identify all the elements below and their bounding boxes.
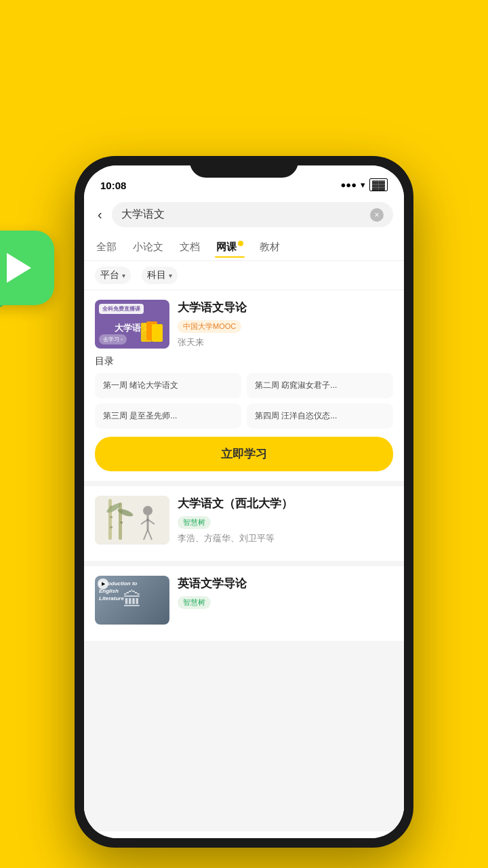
wifi-icon: ▾ xyxy=(361,180,365,190)
subject-filter-button[interactable]: 科目 ▾ xyxy=(142,267,178,284)
tab-textbook[interactable]: 教材 xyxy=(258,238,281,256)
course-thumbnail-1: 全科免费直播课 大学语文 去学习 › xyxy=(95,300,169,349)
platform-filter-button[interactable]: 平台 ▾ xyxy=(95,267,131,284)
svg-rect-2 xyxy=(152,324,163,342)
tab-courses[interactable]: 网课 xyxy=(215,238,245,256)
battery-icon: ▓▓ xyxy=(369,178,388,191)
thumb-learn-btn: 去学习 › xyxy=(99,334,127,344)
svg-rect-7 xyxy=(110,526,113,528)
course-platform-1: 中国大学MOOC xyxy=(178,320,241,333)
course-info-1: 大学语文导论 中国大学MOOC 张天来 xyxy=(178,300,393,349)
platform-chevron-icon: ▾ xyxy=(122,272,125,279)
course-name-2: 大学语文（西北大学） xyxy=(178,496,393,511)
course-platform-3: 智慧树 xyxy=(178,596,211,609)
search-bar-row: ‹ 大学语文 × xyxy=(84,195,404,234)
results-list: 全科免费直播课 大学语文 去学习 › xyxy=(84,290,404,831)
phone-notch xyxy=(190,156,298,178)
play-icon-small: ▶ xyxy=(98,578,108,589)
course-thumbnail-3: 🏛 Introduction toEnglishLiterature ▶ xyxy=(95,576,169,625)
catalog-label: 目录 xyxy=(95,355,393,368)
catalog-item-2[interactable]: 第二周 窈窕淑女君子... xyxy=(247,373,393,398)
course-card-1: 全科免费直播课 大学语文 去学习 › xyxy=(84,290,404,481)
course-info-2: 大学语文（西北大学） 智慧树 李浩、方蕴华、刘卫平等 xyxy=(178,496,393,545)
course-top-2: 大学语文（西北大学） 智慧树 李浩、方蕴华、刘卫平等 xyxy=(95,496,393,545)
tab-all[interactable]: 全部 xyxy=(95,238,118,256)
catalog-item-3[interactable]: 第三周 是至圣先师... xyxy=(95,403,241,429)
course-info-3: 英语文学导论 智慧树 xyxy=(178,576,393,625)
phone-mockup: 10:08 ●●● ▾ ▓▓ ‹ 大学语文 × xyxy=(75,156,413,848)
study-now-button[interactable]: 立即学习 xyxy=(95,437,393,471)
svg-point-13 xyxy=(143,506,152,515)
tab-docs[interactable]: 文档 xyxy=(178,238,201,256)
back-button[interactable]: ‹ xyxy=(95,204,105,225)
search-input-box[interactable]: 大学语文 × xyxy=(112,202,393,227)
signal-icon: ●●● xyxy=(340,180,357,190)
svg-rect-3 xyxy=(95,496,169,545)
bamboo-art xyxy=(95,496,169,545)
tab-badge xyxy=(238,241,243,246)
course-top-1: 全科免费直播课 大学语文 去学习 › xyxy=(95,300,393,349)
screen-content: ‹ 大学语文 × 全部 小论文 文档 网课 教材 xyxy=(84,195,404,838)
search-query-text: 大学语文 xyxy=(121,208,365,222)
tab-essay[interactable]: 小论文 xyxy=(131,238,165,256)
platform-label: 平台 xyxy=(100,269,119,281)
status-icons: ●●● ▾ ▓▓ xyxy=(340,178,388,191)
catalog-grid: 第一周 绪论大学语文 第二周 窈窕淑女君子... 第三周 是至圣先师... 第四… xyxy=(95,373,393,429)
course-thumbnail-2 xyxy=(95,496,169,545)
svg-rect-4 xyxy=(108,499,112,540)
svg-rect-10 xyxy=(120,521,123,524)
course-name-1: 大学语文导论 xyxy=(178,300,393,315)
play-logo-icon xyxy=(0,231,54,305)
course-teacher-1: 张天来 xyxy=(178,336,393,349)
subject-chevron-icon: ▾ xyxy=(169,272,172,279)
phone-frame: 10:08 ●●● ▾ ▓▓ ‹ 大学语文 × xyxy=(75,156,413,848)
filter-tabs: 全部 小论文 文档 网课 教材 xyxy=(84,234,404,261)
catalog-item-1[interactable]: 第一周 绪论大学语文 xyxy=(95,373,241,398)
course-name-3: 英语文学导论 xyxy=(178,576,393,591)
course-card-3: 🏛 Introduction toEnglishLiterature ▶ 英语文… xyxy=(84,566,404,641)
status-time: 10:08 xyxy=(100,180,126,191)
subject-label: 科目 xyxy=(147,269,166,281)
course-teacher-2: 李浩、方蕴华、刘卫平等 xyxy=(178,532,393,545)
sub-filter-row: 平台 ▾ 科目 ▾ xyxy=(84,261,404,290)
book-icon xyxy=(140,320,167,346)
course-top-3: 🏛 Introduction toEnglishLiterature ▶ 英语文… xyxy=(95,576,393,625)
svg-rect-6 xyxy=(110,516,113,518)
svg-rect-8 xyxy=(119,502,122,540)
course-platform-2: 智慧树 xyxy=(178,516,211,529)
course-card-2: 大学语文（西北大学） 智慧树 李浩、方蕴华、刘卫平等 xyxy=(84,486,404,561)
phone-screen: 10:08 ●●● ▾ ▓▓ ‹ 大学语文 × xyxy=(84,165,404,838)
thumb-badge-1: 全科免费直播课 xyxy=(99,304,144,314)
clear-search-button[interactable]: × xyxy=(370,208,384,222)
catalog-item-4[interactable]: 第四周 汪洋自恣仪态... xyxy=(247,403,393,429)
